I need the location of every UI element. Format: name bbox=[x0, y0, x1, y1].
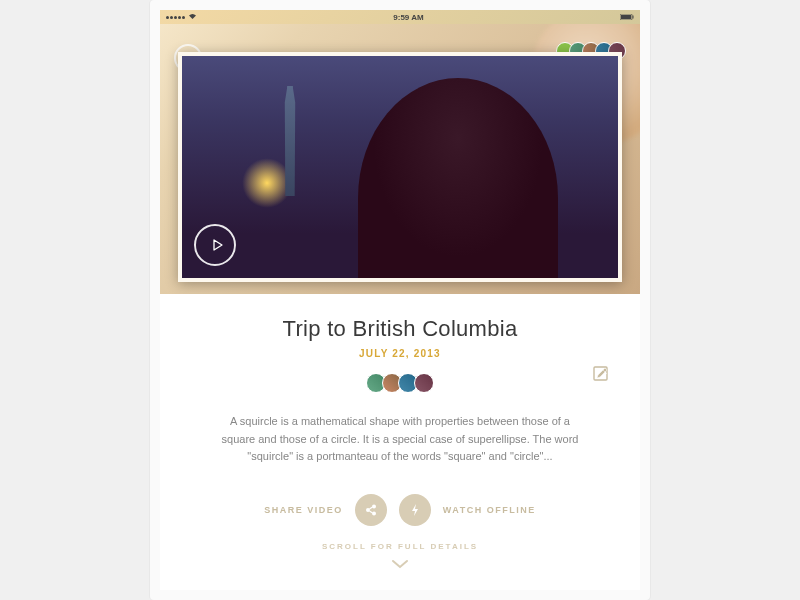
post-title: Trip to British Columbia bbox=[190, 316, 610, 342]
download-button[interactable] bbox=[399, 494, 431, 526]
participant-avatars[interactable] bbox=[190, 373, 610, 393]
share-button[interactable] bbox=[355, 494, 387, 526]
content-area: Trip to British Columbia JULY 22, 2013 A… bbox=[160, 294, 640, 573]
wifi-icon bbox=[188, 13, 197, 22]
svg-rect-1 bbox=[621, 15, 631, 19]
photo-light bbox=[242, 158, 292, 208]
chevron-down-icon[interactable] bbox=[190, 555, 610, 573]
status-bar: 9:59 AM bbox=[160, 10, 640, 24]
hero-area bbox=[160, 24, 640, 294]
edit-button[interactable] bbox=[592, 366, 610, 384]
play-icon bbox=[210, 238, 224, 252]
svg-point-6 bbox=[372, 511, 376, 515]
bolt-icon bbox=[409, 503, 421, 517]
avatar[interactable] bbox=[414, 373, 434, 393]
play-button[interactable] bbox=[194, 224, 236, 266]
photo-silhouette bbox=[358, 78, 558, 278]
tablet-frame: 9:59 AM Trip to British Columb bbox=[150, 0, 650, 600]
scroll-hint-label: SCROLL FOR FULL DETAILS bbox=[190, 542, 610, 551]
action-row: SHARE VIDEO WATCH OFFLINE bbox=[190, 494, 610, 526]
edit-icon bbox=[593, 366, 609, 382]
post-date: JULY 22, 2013 bbox=[190, 348, 610, 359]
hero-photo[interactable] bbox=[178, 52, 622, 282]
battery-icon bbox=[620, 13, 634, 22]
post-description: A squircle is a mathematical shape with … bbox=[190, 413, 610, 466]
share-icon bbox=[364, 503, 378, 517]
watch-offline-button[interactable]: WATCH OFFLINE bbox=[443, 505, 536, 515]
svg-rect-2 bbox=[632, 15, 633, 18]
status-time: 9:59 AM bbox=[393, 13, 423, 22]
svg-point-5 bbox=[372, 504, 376, 508]
share-video-button[interactable]: SHARE VIDEO bbox=[264, 505, 343, 515]
signal-icon bbox=[166, 16, 185, 19]
